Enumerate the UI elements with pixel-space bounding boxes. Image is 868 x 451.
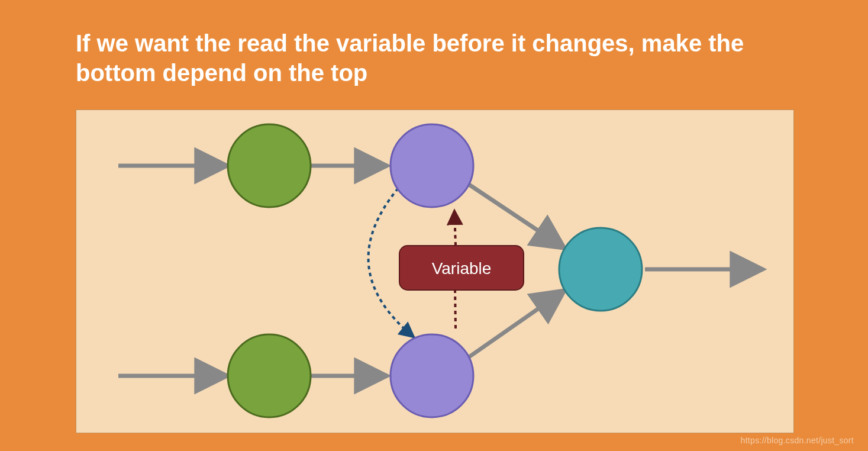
node-p1	[391, 124, 473, 207]
variable-box: Variable	[399, 246, 524, 290]
svg-line-4	[467, 183, 565, 249]
variable-label: Variable	[432, 259, 492, 278]
node-p2	[391, 334, 473, 417]
variable-edge-upper	[454, 210, 456, 246]
diagram-svg: Variable	[0, 0, 868, 451]
node-g1	[228, 124, 311, 207]
watermark-text: https://blog.csdn.net/just_sort	[741, 436, 854, 445]
node-t1	[559, 228, 642, 311]
svg-line-5	[467, 290, 565, 358]
node-g2	[228, 334, 311, 417]
svg-line-9	[454, 210, 456, 246]
